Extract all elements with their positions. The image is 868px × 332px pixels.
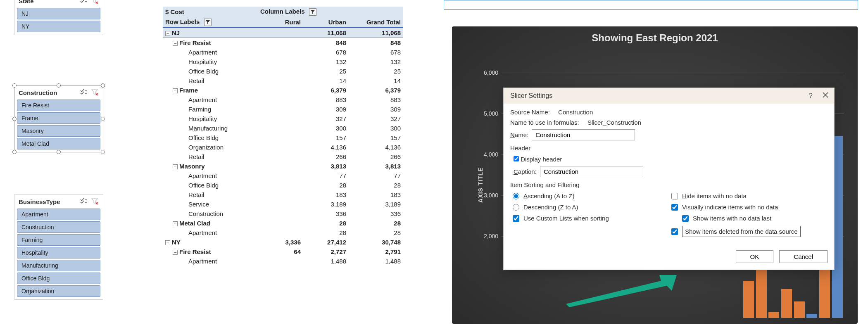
ok-button[interactable]: OK <box>736 250 774 263</box>
slicer-businesstype-items: Apartment Construction Farming Hospitali… <box>16 209 101 298</box>
pivot-row[interactable]: Retail1414 <box>163 76 403 85</box>
slicer-item-hospitality[interactable]: Hospitality <box>17 247 100 258</box>
clear-filter-icon[interactable] <box>91 198 99 205</box>
pivot-row[interactable]: Apartment678678 <box>163 47 403 57</box>
multiselect-icon[interactable] <box>80 198 87 205</box>
resize-handle[interactable] <box>12 150 17 154</box>
collapse-icon[interactable]: − <box>173 41 178 46</box>
slicer-construction[interactable]: Construction Fire Resist Frame Masonry M… <box>14 85 103 152</box>
pivot-row[interactable]: Apartment883883 <box>163 95 403 104</box>
multiselect-icon[interactable] <box>80 0 87 5</box>
clear-filter-icon[interactable] <box>91 89 99 96</box>
descending-radio[interactable]: Descending (Z to A) <box>513 204 578 211</box>
pivot-cell: 30,748 <box>349 237 403 247</box>
help-icon[interactable]: ? <box>809 92 813 100</box>
show-nodata-last-checkbox[interactable]: Show items with no data last <box>682 215 771 222</box>
collapse-icon[interactable]: − <box>165 31 170 36</box>
pivot-row[interactable]: −Fire Resist848848 <box>163 38 403 48</box>
pivot-cell: 883 <box>349 95 403 104</box>
display-header-checkbox[interactable]: Display header <box>514 156 562 163</box>
pivot-cell: 883 <box>303 95 349 104</box>
pivot-row[interactable]: Farming309309 <box>163 104 403 114</box>
resize-handle[interactable] <box>12 83 17 88</box>
use-custom-lists-checkbox[interactable]: Use Custom Lists when sorting <box>513 215 609 222</box>
pivot-cell: 28 <box>349 228 403 237</box>
pivot-row[interactable]: Apartment1,4881,488 <box>163 256 403 266</box>
resize-handle[interactable] <box>57 150 61 154</box>
pivot-cell: 6,379 <box>303 85 349 95</box>
collapse-icon[interactable]: − <box>173 164 178 169</box>
resize-handle[interactable] <box>101 83 105 88</box>
pivot-row[interactable]: Retail183183 <box>163 190 403 199</box>
collapse-icon[interactable]: − <box>165 240 170 245</box>
slicer-state[interactable]: State NJ NY <box>14 0 103 35</box>
collapse-icon[interactable]: − <box>173 250 178 255</box>
multiselect-icon[interactable] <box>80 89 87 96</box>
resize-handle[interactable] <box>101 150 105 154</box>
slicer-item-apartment[interactable]: Apartment <box>17 209 100 220</box>
show-deleted-checkbox[interactable]: Show items deleted from the data source <box>671 226 801 237</box>
slicer-item-construction[interactable]: Construction <box>17 221 100 233</box>
pivot-row[interactable]: −Metal Clad2828 <box>163 218 403 228</box>
pivot-table[interactable]: $ Cost Column Labels Row Labels Rural Ur… <box>163 7 403 266</box>
slicer-item-ny[interactable]: NY <box>17 21 100 32</box>
slicer-item-farming[interactable]: Farming <box>17 234 100 246</box>
resize-handle[interactable] <box>101 117 105 121</box>
slicer-item-metal-clad[interactable]: Metal Clad <box>17 138 100 149</box>
ascending-radio[interactable]: Ascending (A to Z) <box>513 192 574 199</box>
dialog-titlebar[interactable]: Slicer Settings ? <box>504 88 834 104</box>
pivot-row-label: Retail <box>188 77 204 84</box>
pivot-cell: 14 <box>303 76 349 85</box>
row-filter-icon[interactable] <box>204 19 212 26</box>
hide-nodata-checkbox[interactable]: Hide items with no data <box>671 192 747 199</box>
formula-bar-cutoff[interactable] <box>444 0 858 10</box>
resize-handle[interactable] <box>12 117 17 121</box>
clear-filter-icon[interactable] <box>91 0 99 5</box>
pivot-cell <box>258 57 303 66</box>
cancel-button[interactable]: Cancel <box>779 250 828 263</box>
pivot-row-label: Metal Clad <box>179 220 210 227</box>
caption-input[interactable] <box>540 166 643 177</box>
collapse-icon[interactable]: − <box>173 221 178 226</box>
slicer-item-frame[interactable]: Frame <box>17 112 100 124</box>
pivot-row[interactable]: −Masonry3,8133,813 <box>163 161 403 171</box>
slicer-item-nj[interactable]: NJ <box>17 8 100 19</box>
slicer-item-organization[interactable]: Organization <box>17 285 100 297</box>
pivot-row[interactable]: Hospitality132132 <box>163 57 403 66</box>
resize-handle[interactable] <box>57 83 61 88</box>
pivot-row[interactable]: −NJ11,06811,068 <box>163 28 403 38</box>
pivot-row[interactable]: Organization4,1364,136 <box>163 142 403 152</box>
pivot-row[interactable]: −NY3,33627,41230,748 <box>163 237 403 247</box>
collapse-icon[interactable]: − <box>173 88 178 93</box>
pivot-cell <box>258 190 303 199</box>
pivot-row[interactable]: −Frame6,3796,379 <box>163 85 403 95</box>
pivot-cell: 1,488 <box>349 256 403 266</box>
slicer-item-fire-resist[interactable]: Fire Resist <box>17 100 100 111</box>
slicer-item-manufacturing[interactable]: Manufacturing <box>17 260 100 271</box>
close-icon[interactable] <box>823 92 828 100</box>
pivot-row[interactable]: Apartment2828 <box>163 228 403 237</box>
y-tick-label: 6,000 <box>484 69 498 76</box>
visually-indicate-checkbox[interactable]: Visually indicate items with no data <box>671 204 778 211</box>
pivot-cell: 28 <box>303 180 349 190</box>
slicer-state-items: NJ NY <box>16 8 101 33</box>
slicer-businesstype[interactable]: BusinessType Apartment Construction Farm… <box>14 194 103 300</box>
pivot-row[interactable]: Office Bldg157157 <box>163 133 403 142</box>
pivot-row[interactable]: −Fire Resist642,7272,791 <box>163 247 403 256</box>
pivot-cell: 309 <box>349 104 403 114</box>
pivot-row[interactable]: Construction336336 <box>163 209 403 218</box>
pivot-row[interactable]: Hospitality327327 <box>163 114 403 123</box>
pivot-row[interactable]: Retail266266 <box>163 152 403 161</box>
pivot-row[interactable]: Service3,1893,189 <box>163 199 403 209</box>
column-filter-icon[interactable] <box>309 8 316 16</box>
pivot-row[interactable]: Office Bldg2828 <box>163 180 403 190</box>
slicer-businesstype-title: BusinessType <box>19 198 60 205</box>
name-input[interactable] <box>532 129 635 140</box>
pivot-row[interactable]: Manufacturing300300 <box>163 123 403 133</box>
slicer-item-office[interactable]: Office Bldg <box>17 273 100 284</box>
pivot-cell <box>258 95 303 104</box>
slicer-item-masonry[interactable]: Masonry <box>17 125 100 137</box>
pivot-row[interactable]: Office Bldg2525 <box>163 66 403 76</box>
pivot-cell <box>258 256 303 266</box>
pivot-row[interactable]: Apartment7777 <box>163 171 403 180</box>
